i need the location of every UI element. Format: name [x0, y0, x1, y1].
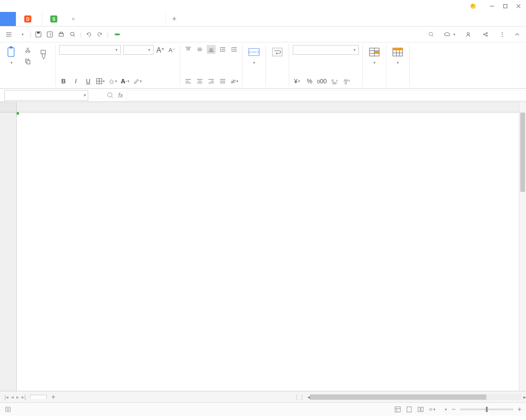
merge-button[interactable]: ▾ [246, 45, 262, 66]
fx-icon[interactable]: fx [118, 92, 123, 99]
duck-icon [470, 3, 477, 10]
align-left-icon[interactable] [184, 77, 193, 86]
percent-icon[interactable]: % [305, 77, 314, 86]
sheet-nav-next[interactable]: ▸ [15, 394, 20, 400]
sheet-tab[interactable] [30, 395, 47, 399]
format-painter-button[interactable] [36, 48, 52, 63]
hamburger-icon[interactable] [4, 30, 13, 39]
align-center-icon[interactable] [195, 77, 204, 86]
status-settings-icon[interactable] [4, 406, 11, 413]
zoom-slider[interactable] [460, 409, 513, 410]
bold-icon[interactable]: B [59, 77, 68, 86]
align-middle-icon[interactable] [195, 45, 204, 54]
indent-right-icon[interactable] [230, 45, 239, 54]
vertical-scrollbar[interactable] [519, 102, 526, 391]
tab-home[interactable] [0, 12, 16, 26]
reading-mode-icon[interactable]: ▾ [429, 406, 436, 413]
sync-button[interactable]: ▾ [442, 30, 457, 38]
orientation-icon[interactable]: ab▾ [230, 77, 239, 86]
svg-point-91 [430, 409, 432, 410]
menu-dev[interactable] [147, 34, 151, 35]
clear-format-icon[interactable]: ▾ [133, 77, 142, 86]
copy-button[interactable] [23, 57, 34, 65]
number-format-select[interactable]: ▾ [293, 45, 359, 55]
tab-close-icon[interactable]: × [71, 15, 75, 22]
menu-features[interactable] [152, 34, 155, 35]
sheet-nav-last[interactable]: ▸| [21, 394, 26, 400]
fill-color-icon[interactable]: ▾ [108, 77, 117, 86]
migrate-label[interactable] [470, 3, 478, 10]
new-tab-button[interactable]: + [166, 12, 183, 26]
scrollbar-thumb[interactable] [520, 112, 525, 192]
collab-button[interactable] [463, 30, 474, 38]
name-box[interactable]: ▾ [4, 90, 88, 101]
tab-file[interactable]: S × [42, 12, 166, 26]
align-top-icon[interactable] [184, 45, 193, 54]
view-page-icon[interactable] [417, 406, 424, 413]
table-style-button[interactable]: ▾ [390, 45, 406, 66]
fx-search-icon[interactable] [106, 91, 115, 100]
svg-point-14 [71, 32, 74, 36]
decrease-font-icon[interactable]: A⁻ [168, 45, 176, 54]
wrap-button[interactable] [269, 45, 285, 60]
hscroll-right-icon[interactable]: ▸ [523, 394, 526, 400]
print-icon[interactable] [57, 30, 66, 39]
hscroll-thumb[interactable] [310, 394, 486, 400]
font-select[interactable]: ▾ [59, 45, 121, 55]
indent-left-icon[interactable] [218, 45, 227, 54]
border-icon[interactable]: ▾ [96, 77, 105, 86]
collapse-ribbon-icon[interactable] [513, 30, 522, 39]
minimize-button[interactable] [488, 2, 496, 10]
sheet-nav-first[interactable]: |◂ [4, 394, 9, 400]
comma-icon[interactable]: 000 [317, 77, 326, 86]
conditional-format-button[interactable]: ▾ [366, 45, 382, 66]
svg-rect-30 [41, 50, 45, 54]
cut-button[interactable] [23, 46, 34, 54]
zoom-out-button[interactable]: − [451, 405, 455, 413]
align-right-icon[interactable] [207, 77, 216, 86]
zoom-in-button[interactable]: + [518, 405, 522, 413]
close-button[interactable] [515, 2, 522, 10]
selection-outline [17, 112, 19, 114]
menu-layout[interactable] [125, 34, 129, 35]
view-pagebreak-icon[interactable] [406, 406, 413, 413]
increase-font-icon[interactable]: A⁺ [156, 45, 165, 54]
share-button[interactable] [481, 30, 492, 38]
currency-icon[interactable]: ¥▾ [293, 77, 302, 86]
command-search[interactable] [428, 31, 436, 38]
underline-icon[interactable]: U [84, 77, 93, 86]
sheet-nav-prev[interactable]: ◂ [10, 394, 15, 400]
hscroll-handle-icon[interactable]: ⋮⋮ [294, 394, 305, 400]
menu-review[interactable] [138, 34, 142, 35]
menu-view[interactable] [143, 34, 146, 35]
saveas-icon[interactable] [45, 30, 54, 39]
font-size-select[interactable]: ▾ [123, 45, 153, 55]
italic-icon[interactable]: I [71, 77, 80, 86]
add-sheet-button[interactable]: + [47, 393, 60, 401]
redo-icon[interactable] [96, 30, 104, 39]
menu-data[interactable] [134, 34, 138, 35]
menu-insert[interactable] [121, 34, 124, 35]
menu-formula[interactable] [130, 34, 133, 35]
justify-icon[interactable] [218, 77, 227, 86]
file-menu[interactable]: ▾ [16, 31, 27, 38]
view-normal-icon[interactable] [394, 406, 401, 413]
maximize-button[interactable] [501, 2, 509, 10]
more-icon[interactable]: ⋮ [498, 30, 507, 39]
preview-icon[interactable] [68, 30, 77, 39]
zoom-thumb[interactable] [486, 407, 488, 412]
decrease-decimal-icon[interactable]: .00.0 [342, 77, 351, 86]
increase-decimal-icon[interactable]: .0.00 [330, 77, 339, 86]
formula-bar[interactable] [127, 90, 526, 101]
undo-icon[interactable] [84, 30, 93, 39]
align-bottom-icon[interactable] [207, 45, 216, 54]
tab-template[interactable]: D [16, 12, 42, 26]
menu-start[interactable] [115, 34, 120, 35]
horizontal-scrollbar[interactable] [310, 394, 522, 400]
select-all-corner[interactable] [0, 102, 16, 112]
paste-button[interactable]: ▾ [4, 45, 19, 66]
chevron-down-icon[interactable]: ▾ [84, 93, 86, 98]
save-icon[interactable] [34, 30, 43, 39]
svg-rect-12 [59, 34, 63, 36]
font-color-icon[interactable]: A▾ [121, 77, 130, 86]
